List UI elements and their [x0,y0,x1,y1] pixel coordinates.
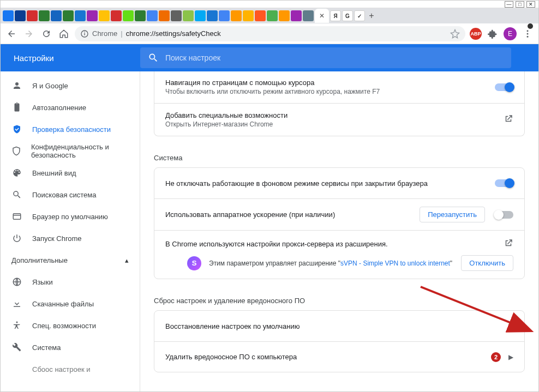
sidebar-item-default-browser[interactable]: Браузер по умолчанию [1,206,140,227]
browser-tab[interactable] [195,10,206,21]
browser-tab[interactable]: G [342,10,353,21]
sidebar-advanced-toggle[interactable]: Дополнительные ▴ [1,249,140,271]
sidebar-item-autofill[interactable]: Автозаполнение [1,97,140,118]
sidebar-item-you-and-google[interactable]: Я и Google [1,75,140,97]
caret-browsing-row: Навигация по страницам с помощью курсора… [154,71,524,103]
browser-tab[interactable] [171,10,182,21]
browser-tab[interactable] [111,10,122,21]
reload-button[interactable] [40,27,53,40]
browser-tab[interactable] [255,10,266,21]
chevron-right-icon: ▶ [508,322,513,330]
sidebar-item-system[interactable]: Система [1,336,140,358]
settings-title: Настройки [1,53,140,63]
browser-tab[interactable] [63,10,74,21]
reset-section-title: Сброс настроек и удаление вредоносного П… [154,288,525,310]
sidebar-section-label: Дополнительные [11,256,68,264]
disable-extension-button[interactable]: Отключить [461,255,513,271]
row-sublabel: Чтобы включить или отключить режим актив… [165,88,488,95]
sidebar-item-label: Запуск Chrome [32,234,82,243]
browser-tab[interactable] [291,10,302,21]
menu-button[interactable] [521,27,534,40]
search-input[interactable] [165,53,504,62]
home-button[interactable] [57,27,70,40]
browser-tab[interactable] [303,10,314,21]
sidebar-item-downloads[interactable]: Скачанные файлы [1,293,140,315]
browser-tab[interactable] [51,10,62,21]
accessibility-card: Навигация по страницам с помощью курсора… [154,71,525,136]
dots-vertical-icon [523,29,532,39]
browser-tab[interactable] [3,10,14,21]
sidebar-item-on-startup[interactable]: Запуск Chrome [1,227,140,249]
browser-tab[interactable] [147,10,158,21]
settings-search[interactable] [140,47,511,68]
browser-tab[interactable] [279,10,290,21]
browser-tab[interactable] [267,10,278,21]
browser-tab[interactable] [27,10,38,21]
system-card: Не отключать работающие в фоновом режиме… [154,167,525,279]
browser-tab[interactable] [123,10,134,21]
palette-icon [11,167,22,178]
window-minimize[interactable]: — [505,1,513,8]
browser-tab[interactable] [159,10,170,21]
browser-tab[interactable] [15,10,26,21]
puzzle-icon [488,29,498,39]
forward-button [22,27,35,40]
sidebar-item-label: Браузер по умолчанию [32,213,108,221]
extensions-button[interactable] [486,27,499,40]
browser-tab[interactable] [207,10,218,21]
browser-tab[interactable] [87,10,98,21]
arrow-right-icon [24,29,34,39]
svg-point-3 [527,30,529,32]
sidebar-item-privacy[interactable]: Конфиденциальность и безопасность [1,140,140,162]
browser-tab[interactable]: Я [330,10,341,21]
browser-tab[interactable] [243,10,254,21]
sidebar-item-label: Спец. возможности [32,322,96,330]
browser-tab[interactable] [231,10,242,21]
abp-extension-icon[interactable]: ABP [470,28,482,40]
sidebar-item-label: Поисковая система [32,191,97,199]
hwaccel-toggle[interactable] [495,211,513,219]
browser-tab[interactable] [183,10,194,21]
globe-icon [11,276,22,287]
back-button[interactable] [5,27,18,40]
window-maximize[interactable]: □ [516,1,524,8]
hardware-accel-row: Использовать аппаратное ускорение (при н… [154,198,524,230]
chevron-right-icon: ▶ [508,353,513,361]
svg-rect-6 [13,214,21,220]
proxy-row: В Chrome используются настройки прокси-с… [154,230,524,279]
address-bar[interactable]: Chrome | chrome://settings/safetyCheck [75,26,465,41]
url-text: chrome://settings/safetyCheck [126,29,221,38]
cleanup-computer-row[interactable]: Удалить вредоносное ПО с компьютера 2 ▶ [154,341,524,372]
add-accessibility-row[interactable]: Добавить специальные возможности Открыть… [154,103,524,136]
sidebar-item-safety-check[interactable]: Проверка безопасности [1,118,140,140]
extension-link[interactable]: sVPN - Simple VPN to unlock internet [340,260,450,267]
shield-check-icon [11,124,22,135]
sidebar-item-search-engine[interactable]: Поисковая система [1,184,140,206]
browser-tab[interactable]: ✓ [354,10,365,21]
svg-rect-2 [84,32,85,32]
shield-icon [11,146,21,156]
browser-tab[interactable] [39,10,50,21]
browser-tab[interactable] [135,10,146,21]
browser-tab[interactable] [99,10,110,21]
browser-tab[interactable] [219,10,230,21]
browser-tab[interactable] [75,10,86,21]
sidebar-item-label: Скачанные файлы [32,300,94,308]
restore-settings-row[interactable]: Восстановление настроек по умолчанию ▶ [154,311,524,341]
notification-dot-icon [528,23,533,29]
sidebar-item-appearance[interactable]: Внешний вид [1,162,140,184]
reload-icon [41,29,51,39]
person-icon [11,80,22,91]
background-toggle[interactable] [495,179,513,187]
sidebar-item-label: Я и Google [32,82,68,90]
active-tab[interactable]: ✕ [315,9,329,23]
window-close[interactable]: ✕ [526,1,535,8]
sidebar-item-accessibility[interactable]: Спец. возможности [1,315,140,336]
profile-avatar[interactable]: E [504,27,517,40]
sidebar-item-languages[interactable]: Языки [1,271,140,293]
star-icon[interactable] [450,29,460,39]
restart-button[interactable]: Перезапустить [420,207,485,222]
caret-toggle[interactable] [495,83,513,91]
new-tab-button[interactable]: + [366,10,377,21]
sidebar-item-reset[interactable]: Сбоос настроек и [1,358,140,380]
